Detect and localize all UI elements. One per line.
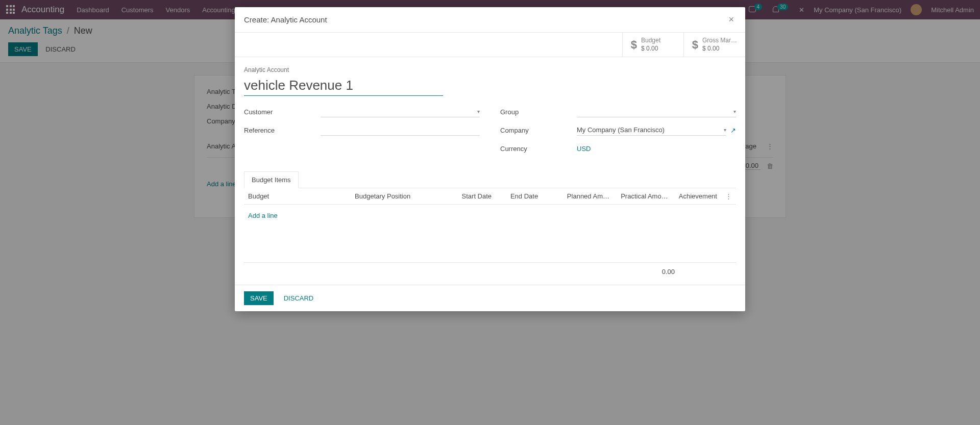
col-position[interactable]: Budgetary Position: [351, 188, 457, 205]
stat-value: $ 0.00: [641, 45, 660, 53]
stat-label: Budget: [641, 37, 660, 45]
external-link-icon[interactable]: ↗: [730, 127, 736, 134]
kebab-icon[interactable]: ⋮: [725, 192, 732, 200]
account-label: Analytic Account: [244, 66, 736, 73]
analytic-account-input[interactable]: [244, 76, 443, 96]
col-end[interactable]: End Date: [506, 188, 555, 205]
dollar-icon: $: [631, 38, 637, 52]
close-button[interactable]: ×: [726, 14, 736, 25]
tab-budget-items[interactable]: Budget Items: [244, 171, 299, 188]
reference-label: Reference: [244, 127, 321, 134]
budget-items-table: Budget Budgetary Position Start Date End…: [244, 188, 736, 227]
col-achieve[interactable]: Achievement: [672, 188, 721, 205]
stat-value: $ 0.00: [702, 45, 737, 53]
company-value: My Company (San Francisco): [577, 126, 665, 134]
currency-label: Currency: [500, 145, 577, 153]
col-start[interactable]: Start Date: [458, 188, 506, 205]
modal-overlay: Create: Analytic Account × $ Budget $ 0.…: [0, 0, 980, 230]
modal-dialog: Create: Analytic Account × $ Budget $ 0.…: [235, 7, 745, 230]
customer-label: Customer: [244, 108, 321, 116]
customer-select[interactable]: ▾: [321, 106, 480, 117]
col-planned[interactable]: Planned Am…: [555, 188, 614, 205]
modal-title: Create: Analytic Account: [244, 15, 327, 24]
group-select[interactable]: ▾: [577, 106, 736, 117]
company-select[interactable]: My Company (San Francisco) ▾: [577, 124, 726, 136]
currency-value: USD: [577, 143, 736, 154]
col-practical[interactable]: Practical Amo…: [614, 188, 672, 205]
stat-budget[interactable]: $ Budget $ 0.00: [622, 33, 683, 57]
add-line-button[interactable]: Add a line: [248, 209, 278, 222]
stat-margin[interactable]: $ Gross Mar… $ 0.00: [683, 33, 745, 57]
group-label: Group: [500, 108, 577, 116]
dollar-icon: $: [692, 38, 698, 52]
stat-label: Gross Mar…: [702, 37, 737, 45]
col-budget[interactable]: Budget: [244, 188, 351, 205]
reference-input[interactable]: [321, 124, 480, 136]
company-label: Company: [500, 127, 577, 134]
